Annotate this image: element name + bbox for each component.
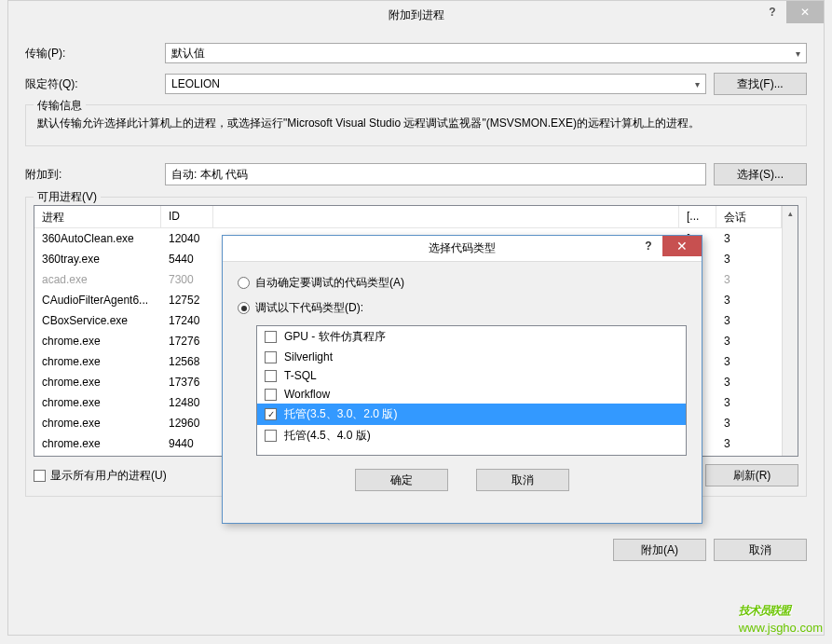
transport-info-text: 默认传输允许选择此计算机上的进程，或选择运行"Microsoft Visual …: [37, 115, 795, 132]
transport-select[interactable]: 默认值 ▾: [165, 43, 807, 63]
select-button[interactable]: 选择(S)...: [714, 163, 807, 185]
cell-id: 12752: [161, 292, 213, 308]
cell-process: chrome.exe: [34, 435, 161, 452]
inner-help-button[interactable]: ?: [634, 236, 662, 256]
help-button[interactable]: ?: [758, 1, 786, 23]
chevron-down-icon: ▾: [695, 79, 700, 89]
titlebar-buttons: ? ✕: [758, 1, 824, 23]
show-all-label: 显示所有用户的进程(U): [50, 468, 167, 484]
transport-label: 传输(P):: [25, 46, 165, 62]
cell-session: 3: [716, 394, 782, 411]
cell-process: chrome.exe: [34, 374, 161, 391]
cell-process: chrome.exe: [34, 353, 161, 370]
close-button[interactable]: ✕: [786, 1, 824, 23]
chevron-down-icon: ▾: [796, 48, 800, 59]
checkbox-icon: [265, 430, 277, 442]
transport-row: 传输(P): 默认值 ▾: [25, 43, 807, 63]
qualifier-label: 限定符(Q):: [25, 76, 165, 92]
cell-process: acad.exe: [34, 271, 161, 288]
cell-process: 360tray.exe: [34, 251, 161, 267]
col-session[interactable]: 会话: [716, 206, 782, 227]
show-all-users-checkbox[interactable]: 显示所有用户的进程(U): [34, 468, 167, 484]
inner-bottom-buttons: 确定 取消: [238, 469, 687, 491]
code-type-item[interactable]: 托管(3.5、3.0、2.0 版): [257, 404, 686, 425]
code-type-label: GPU - 软件仿真程序: [284, 329, 386, 345]
table-header: 进程 ID [... 会话: [34, 206, 782, 228]
cell-id: 12568: [161, 353, 213, 370]
code-type-list[interactable]: GPU - 软件仿真程序SilverlightT-SQLWorkflow托管(3…: [256, 325, 687, 456]
radio-icon: [238, 277, 250, 289]
cell-session: 3: [716, 312, 782, 329]
code-type-label: T-SQL: [284, 369, 317, 382]
cell-id: 7300: [161, 271, 213, 288]
attach-to-row: 附加到: 自动: 本机 代码 选择(S)...: [25, 163, 807, 185]
cancel-button[interactable]: 取消: [714, 539, 807, 561]
checkbox-icon: [34, 470, 46, 482]
refresh-button[interactable]: 刷新(R): [705, 464, 798, 486]
cell-id: 5440: [161, 251, 213, 267]
checkbox-icon: [265, 389, 277, 401]
code-type-item[interactable]: 托管(4.5、4.0 版): [257, 425, 686, 446]
cell-id: 9440: [161, 435, 213, 452]
cell-session: 3: [716, 230, 782, 247]
transport-info-legend: 传输信息: [34, 98, 86, 114]
cell-process: chrome.exe: [34, 333, 161, 349]
cell-session: 3: [716, 435, 782, 452]
inner-cancel-button[interactable]: 取消: [476, 469, 569, 491]
cell-id: 17240: [161, 312, 213, 329]
available-processes-legend: 可用进程(V): [34, 189, 101, 205]
checkbox-icon: [265, 408, 277, 420]
code-type-label: 托管(4.5、4.0 版): [284, 428, 371, 444]
cell-session: 3: [716, 292, 782, 308]
cell-process: 360AutoClean.exe: [34, 230, 161, 247]
vertical-scrollbar[interactable]: ▴: [782, 206, 798, 456]
main-titlebar: 附加到进程 ? ✕: [8, 1, 824, 29]
qualifier-value: LEOLION: [171, 77, 220, 90]
cell-session: 3: [716, 374, 782, 391]
transport-value: 默认值: [171, 46, 205, 62]
cell-process: chrome.exe: [34, 394, 161, 411]
code-type-item[interactable]: GPU - 软件仿真程序: [257, 326, 686, 348]
attach-to-label: 附加到:: [25, 167, 165, 183]
col-title2[interactable]: [...: [679, 206, 716, 227]
code-type-item[interactable]: Silverlight: [257, 348, 686, 366]
main-title: 附加到进程: [389, 7, 444, 23]
find-button[interactable]: 查找(F)...: [714, 73, 807, 95]
qualifier-row: 限定符(Q): LEOLION ▾ 查找(F)...: [25, 73, 807, 95]
cell-id: 17376: [161, 374, 213, 391]
col-id[interactable]: ID: [161, 206, 213, 227]
auto-detect-label: 自动确定要调试的代码类型(A): [255, 275, 404, 291]
cell-session: 3: [716, 415, 782, 432]
inner-close-button[interactable]: ✕: [662, 236, 702, 256]
cell-session: 3: [716, 353, 782, 370]
col-process[interactable]: 进程: [34, 206, 161, 227]
code-type-item[interactable]: T-SQL: [257, 366, 686, 385]
cell-process: chrome.exe: [34, 415, 161, 432]
auto-detect-radio[interactable]: 自动确定要调试的代码类型(A): [238, 275, 687, 291]
checkbox-icon: [265, 370, 277, 382]
cell-session: 3: [716, 271, 782, 288]
qualifier-select[interactable]: LEOLION ▾: [165, 74, 706, 94]
ok-button[interactable]: 确定: [355, 469, 448, 491]
cell-process: CAudioFilterAgent6...: [34, 292, 161, 308]
cell-process: CBoxService.exe: [34, 312, 161, 329]
col-title[interactable]: [213, 206, 679, 227]
attach-to-value: 自动: 本机 代码: [165, 163, 706, 185]
attach-button[interactable]: 附加(A): [613, 539, 706, 561]
cell-id: 12960: [161, 415, 213, 432]
inner-titlebar-buttons: ? ✕: [634, 236, 702, 256]
code-type-item[interactable]: Workflow: [257, 385, 686, 404]
cell-id: 17276: [161, 333, 213, 349]
checkbox-icon: [265, 351, 277, 363]
select-code-type-dialog: 选择代码类型 ? ✕ 自动确定要调试的代码类型(A) 调试以下代码类型(D): …: [222, 235, 702, 524]
checkbox-icon: [265, 331, 277, 343]
radio-icon: [238, 302, 250, 314]
inner-body: 自动确定要调试的代码类型(A) 调试以下代码类型(D): GPU - 软件仿真程…: [223, 262, 702, 504]
debug-types-radio[interactable]: 调试以下代码类型(D):: [238, 300, 687, 316]
inner-titlebar: 选择代码类型 ? ✕: [223, 236, 702, 262]
cell-session: 3: [716, 333, 782, 349]
inner-title: 选择代码类型: [429, 240, 496, 256]
dialog-bottom-buttons: 附加(A) 取消: [8, 539, 824, 570]
cell-session: 3: [716, 251, 782, 267]
scroll-up-icon[interactable]: ▴: [783, 206, 798, 222]
